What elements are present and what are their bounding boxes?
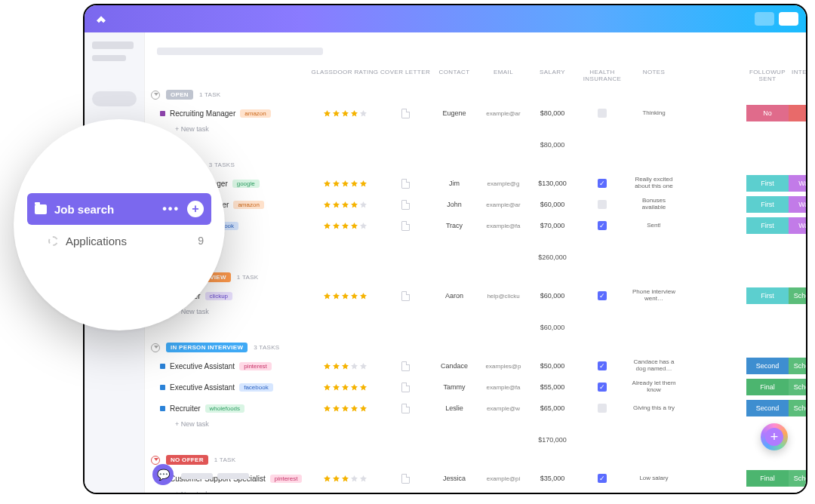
table-row[interactable]: Recruiting Manager amazon Eugene example… [160, 103, 806, 124]
rating-stars[interactable] [311, 201, 379, 209]
interview-status[interactable]: Scheduled [789, 287, 806, 304]
collapse-icon[interactable] [151, 91, 160, 100]
col-email: EMAIL [477, 69, 530, 82]
interview-status[interactable]: Scheduled [789, 379, 806, 395]
column-headers: GLASSDOOR RATING COVER LETTER CONTACT EM… [160, 69, 806, 85]
collapse-icon[interactable] [151, 343, 160, 352]
add-fab[interactable]: + [761, 423, 788, 450]
table-row[interactable]: Recruiter wholefoods Leslie example@w $6… [160, 398, 806, 419]
health-insurance-checkbox[interactable]: ✓ [598, 361, 607, 370]
rating-stars[interactable] [311, 362, 379, 370]
interview-status[interactable]: No [789, 105, 806, 121]
document-icon[interactable] [401, 109, 410, 118]
interview-status[interactable]: Scheduled [789, 358, 806, 374]
add-list-button[interactable]: + [187, 201, 204, 217]
notes-cell[interactable]: Phone interview went… [629, 289, 678, 303]
health-insurance-checkbox[interactable] [598, 404, 607, 413]
group-header[interactable]: OPEN 1 TASK [151, 90, 806, 100]
company-tag: amazon [240, 109, 270, 118]
chat-fab[interactable]: 💬 [152, 464, 174, 485]
list-label: Applications [66, 235, 190, 247]
col-salary: SALARY [530, 69, 575, 82]
collapse-icon[interactable] [151, 456, 160, 465]
interview-status[interactable]: Waiting [789, 175, 806, 192]
health-insurance-checkbox[interactable] [598, 200, 607, 209]
status-badge: OPEN [166, 90, 193, 100]
rating-stars[interactable] [311, 475, 379, 483]
interview-status[interactable]: Waiting [789, 217, 806, 234]
document-icon[interactable] [401, 383, 410, 392]
col-hi: HEALTH INSURANCE [575, 69, 629, 82]
table-row[interactable]: Product Manager google Jim example@g $13… [160, 173, 806, 194]
table-row[interactable]: Customer Support Specialist pinterest Je… [160, 468, 806, 489]
followup-status[interactable]: Second [746, 400, 789, 416]
col-interview: INTERVIEW [789, 69, 806, 82]
contact-cell: Tammy [432, 383, 477, 391]
group-header[interactable]: IN PERSON INTERVIEW 3 TASKS [151, 343, 806, 352]
sidebar-folder-job-search[interactable]: Job search ••• + [27, 193, 211, 225]
salary-cell: $65,000 [530, 404, 575, 412]
document-icon[interactable] [401, 474, 410, 484]
table-row[interactable]: Executive Assistant facebook Tammy examp… [160, 376, 806, 398]
followup-status[interactable]: First [746, 196, 789, 213]
followup-status[interactable]: Final [746, 379, 789, 395]
health-insurance-checkbox[interactable] [598, 109, 607, 118]
document-icon[interactable] [401, 291, 410, 301]
new-task-button[interactable]: + New task [175, 238, 806, 245]
search-input[interactable] [92, 91, 137, 106]
new-task-button[interactable]: + New task [175, 125, 806, 133]
document-icon[interactable] [401, 221, 410, 231]
rating-stars[interactable] [311, 292, 379, 300]
notes-cell[interactable]: Bonuses available [629, 198, 678, 211]
new-task-button[interactable]: + New task [175, 420, 806, 428]
interview-status[interactable]: Scheduled [789, 400, 806, 416]
table-row[interactable]: Executive Assistant pinterest Candace ex… [160, 355, 806, 376]
followup-status[interactable]: No [746, 105, 789, 121]
followup-status[interactable]: First [746, 175, 789, 192]
notes-cell[interactable]: Really excited about this one [629, 177, 678, 190]
health-insurance-checkbox[interactable]: ✓ [598, 383, 607, 392]
table-row[interactable]: Account Manager amazon John example@ar $… [160, 194, 806, 215]
group-header[interactable]: APPLIED 3 TASKS [151, 160, 806, 170]
salary-cell: $55,000 [530, 383, 575, 391]
rating-stars[interactable] [311, 180, 379, 188]
document-icon[interactable] [401, 179, 410, 189]
subtotal-row: $170,000 [160, 432, 806, 447]
followup-status[interactable]: First [746, 287, 789, 304]
notes-cell[interactable]: Thinking [629, 110, 678, 117]
notes-cell[interactable]: Candace has a dog named… [629, 359, 678, 373]
table-row[interactable]: Recruiter facebook Tracy example@fa $70,… [160, 215, 806, 236]
rating-stars[interactable] [311, 222, 379, 230]
followup-status[interactable]: First [746, 217, 789, 234]
more-icon[interactable]: ••• [162, 202, 180, 216]
group-open: OPEN 1 TASK Recruiting Manager amazon Eu… [145, 90, 806, 152]
document-icon[interactable] [401, 361, 410, 371]
rating-stars[interactable] [311, 109, 379, 118]
rating-stars[interactable] [311, 404, 379, 413]
interview-status[interactable]: Scheduled [789, 470, 806, 487]
new-task-button[interactable]: + New task [175, 308, 806, 315]
notes-cell[interactable]: Already let them know [629, 380, 678, 394]
table-row[interactable]: Recruiter clickup Aaron help@clicku $60,… [160, 285, 806, 306]
sidebar-list-applications[interactable]: Applications 9 [27, 225, 211, 257]
health-insurance-checkbox[interactable]: ✓ [598, 474, 607, 483]
window-min-icon[interactable] [755, 12, 774, 26]
document-icon[interactable] [401, 404, 410, 413]
group-header[interactable]: NO OFFER 1 TASK [151, 455, 806, 465]
notes-cell[interactable]: Giving this a try [629, 405, 678, 412]
health-insurance-checkbox[interactable]: ✓ [598, 179, 607, 188]
health-insurance-checkbox[interactable]: ✓ [598, 291, 607, 300]
rating-stars[interactable] [311, 383, 379, 392]
followup-status[interactable]: Final [746, 470, 789, 487]
new-task-button[interactable]: + New task [175, 490, 806, 493]
notes-cell[interactable]: Low salary [629, 475, 678, 482]
health-insurance-checkbox[interactable]: ✓ [598, 221, 607, 230]
notes-cell[interactable]: Sent! [629, 223, 678, 229]
group-header[interactable]: HONE INTERVIEW 1 TASK [151, 272, 806, 282]
followup-status[interactable]: Second [746, 358, 789, 374]
document-icon[interactable] [401, 200, 410, 210]
chat-icon: 💬 [157, 469, 170, 481]
list-icon [48, 236, 58, 246]
window-max-icon[interactable] [779, 12, 798, 26]
interview-status[interactable]: Waiting [789, 196, 806, 213]
